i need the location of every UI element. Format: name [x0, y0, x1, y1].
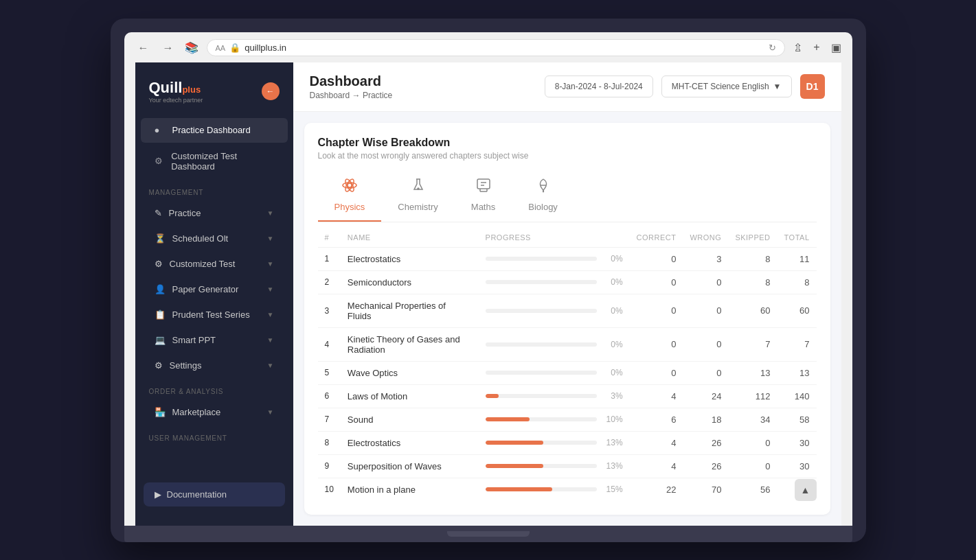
tabs-icon[interactable]: ▣ — [831, 41, 841, 54]
chapter-name: Sound — [341, 408, 479, 431]
laptop-base — [124, 526, 852, 542]
sidebar-item-marketplace[interactable]: 🏪 Marketplace ▼ — [141, 400, 288, 424]
subject-tabs: Physics Chemistry — [318, 172, 817, 222]
total-count: 30 — [778, 431, 817, 454]
progress-bar-background — [486, 487, 597, 491]
progress-percentage: 0% — [602, 368, 623, 377]
sidebar-item-practice-dashboard[interactable]: ● Practice Dashboard — [141, 118, 288, 143]
skipped-count: 56 — [728, 478, 777, 501]
date-range-button[interactable]: 8-Jan-2024 - 8-Jul-2024 — [545, 75, 653, 97]
tab-biology[interactable]: Biology — [512, 172, 574, 222]
tab-physics[interactable]: Physics — [318, 172, 382, 222]
sidebar-item-customized-test[interactable]: ⚙ Customized Test ▼ — [141, 252, 288, 276]
chapter-name: Motion in a plane — [341, 478, 479, 501]
progress-percentage: 0% — [602, 277, 623, 287]
refresh-icon[interactable]: ↻ — [769, 43, 776, 53]
total-count: 11 — [778, 247, 817, 270]
sidebar-item-practice[interactable]: ✎ Practice ▼ — [141, 201, 288, 225]
breadcrumb-parent: Dashboard — [310, 91, 350, 100]
sidebar-item-label: Paper Generator — [172, 284, 239, 294]
subject-dropdown[interactable]: MHT-CET Science English ▼ — [661, 75, 792, 97]
row-number: 1 — [318, 247, 341, 270]
browser-back-button[interactable]: ← — [135, 39, 152, 57]
row-number: 8 — [318, 431, 341, 454]
chapter-name: Mechanical Properties of Fluids — [341, 294, 479, 327]
total-count: 7 — [778, 327, 817, 361]
correct-count: 0 — [630, 294, 683, 327]
sidebar-item-settings[interactable]: ⚙ Settings ▼ — [141, 353, 288, 377]
logo-text: Quillplus — [149, 79, 201, 96]
browser-forward-button[interactable]: → — [160, 39, 177, 57]
table-body: 1 Electrostatics 0% 0 3 8 11 2 Semicondu… — [318, 247, 817, 501]
wrong-count: 0 — [683, 327, 728, 361]
sidebar-collapse-button[interactable]: ← — [262, 82, 280, 100]
progress-bar-fill — [486, 464, 543, 468]
chevron-down-icon: ▼ — [267, 235, 274, 242]
wrong-count: 70 — [683, 478, 728, 501]
skipped-count: 8 — [728, 247, 777, 270]
browser-bookmarks-icon[interactable]: 📚 — [185, 41, 198, 54]
user-avatar[interactable]: D1 — [800, 74, 825, 99]
chapters-table: # NAME PROGRESS CORRECT WRONG SKIPPED TO… — [318, 228, 817, 501]
logo: Quillplus Your edtech partner — [149, 79, 203, 104]
logo-area: Quillplus Your edtech partner ← — [135, 73, 293, 117]
sidebar-item-paper-generator[interactable]: 👤 Paper Generator ▼ — [141, 277, 288, 301]
tab-maths[interactable]: Maths — [455, 172, 512, 222]
progress-bar-background — [486, 257, 597, 261]
progress-percentage: 0% — [602, 254, 623, 264]
progress-percentage: 13% — [602, 461, 623, 471]
chevron-down-icon: ▼ — [267, 285, 274, 293]
sidebar-item-label: Marketplace — [172, 407, 221, 417]
laptop-frame: ← → 📚 AA 🔒 quillplus.in ↻ ⇫ + ▣ — [111, 19, 866, 542]
order-analysis-section-label: ORDER & ANALYSIS — [135, 378, 293, 399]
main-content: Dashboard Dashboard → Practice 8-Jan-202… — [293, 62, 841, 526]
row-number: 6 — [318, 384, 341, 408]
sidebar-item-smart-ppt[interactable]: 💻 Smart PPT ▼ — [141, 328, 288, 352]
sidebar-item-prudent-test-series[interactable]: 📋 Prudent Test Series ▼ — [141, 303, 288, 327]
management-section-label: MANAGEMENT — [135, 179, 293, 200]
chapter-name: Laws of Motion — [341, 384, 479, 408]
col-num: # — [318, 228, 341, 248]
chapter-name: Wave Optics — [341, 361, 479, 384]
wrong-count: 18 — [683, 408, 728, 431]
sidebar-item-label: Customized Test — [170, 259, 236, 269]
tab-chemistry[interactable]: Chemistry — [381, 172, 455, 222]
progress-cell: 3% — [479, 384, 630, 408]
progress-bar-fill — [486, 417, 530, 421]
sidebar-item-scheduled-olt[interactable]: ⏳ Scheduled Olt ▼ — [141, 226, 288, 250]
correct-count: 0 — [630, 270, 683, 294]
svg-rect-5 — [477, 179, 490, 189]
wrong-count: 0 — [683, 294, 728, 327]
correct-count: 4 — [630, 384, 683, 408]
chevron-down-icon: ▼ — [267, 260, 274, 268]
prudent-test-icon: 📋 — [155, 310, 166, 320]
row-number: 3 — [318, 294, 341, 327]
row-number: 4 — [318, 327, 341, 361]
progress-cell: 0% — [479, 270, 630, 294]
row-number: 2 — [318, 270, 341, 294]
browser-url-bar[interactable]: AA 🔒 quillplus.in ↻ — [207, 39, 786, 56]
table-row: 10 Motion in a plane 15% 22 70 56 148 — [318, 478, 817, 501]
browser-toolbar: ← → 📚 AA 🔒 quillplus.in ↻ ⇫ + ▣ — [135, 39, 841, 62]
documentation-button[interactable]: ▶ Documentation — [144, 482, 285, 506]
correct-count: 0 — [630, 327, 683, 361]
share-icon[interactable]: ⇫ — [793, 41, 802, 54]
practice-icon: ✎ — [155, 208, 162, 218]
sidebar-item-customized-test-dashboard[interactable]: ⚙ Customized Test Dashboard — [141, 144, 288, 178]
marketplace-icon: 🏪 — [155, 407, 166, 417]
progress-cell: 13% — [479, 454, 630, 478]
lock-icon: 🔒 — [229, 43, 240, 53]
logo-subtitle: Your edtech partner — [149, 97, 203, 104]
progress-bar-background — [486, 394, 597, 398]
scroll-to-top-button[interactable]: ▲ — [795, 479, 817, 501]
table-row: 5 Wave Optics 0% 0 0 13 13 — [318, 361, 817, 384]
progress-bar-background — [486, 280, 597, 284]
chevron-down-icon: ▼ — [267, 408, 274, 416]
total-count: 58 — [778, 408, 817, 431]
customized-test-icon: ⚙ — [155, 259, 163, 269]
svg-point-4 — [418, 188, 419, 189]
progress-percentage: 10% — [602, 415, 623, 424]
physics-icon — [341, 177, 358, 198]
add-tab-icon[interactable]: + — [813, 41, 819, 54]
progress-cell: 0% — [479, 361, 630, 384]
